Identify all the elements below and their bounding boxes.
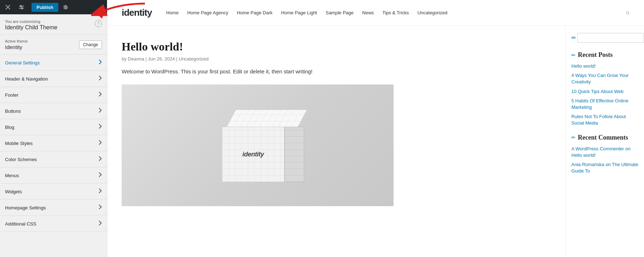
- list-item[interactable]: 4 Ways You Can Grow Your Creativity: [571, 72, 638, 85]
- recent-posts-title: Recent Posts: [578, 51, 613, 59]
- menu-item-label: Additional CSS: [5, 221, 36, 227]
- recent-comments-widget: ✏ Recent Comments A WordPress Commenter …: [571, 134, 638, 175]
- header-search-icon[interactable]: ○: [626, 9, 630, 16]
- chevron-right-icon: [98, 140, 102, 147]
- post-title: Hello world!: [122, 40, 551, 53]
- recent-comments-list: A WordPress Commenter on Hello world! An…: [571, 146, 638, 175]
- sidebar-item-footer[interactable]: Footer: [0, 87, 107, 103]
- chevron-right-icon: [98, 59, 102, 66]
- chevron-right-icon: [98, 156, 102, 163]
- close-button[interactable]: [3, 2, 13, 12]
- chevron-right-icon: [98, 188, 102, 195]
- menu-item-label: Buttons: [5, 108, 21, 114]
- customizing-theme-name: Identity Child Theme: [5, 24, 57, 31]
- sidebar-item-menus[interactable]: Menus: [0, 168, 107, 184]
- customizer-panel: Publish You are customizing Identity Chi…: [0, 0, 107, 257]
- nav-tips-tricks[interactable]: Tips & Tricks: [382, 10, 409, 15]
- menu-item-label: Color Schemes: [5, 157, 37, 162]
- sidebar-widgets: ✏ Search ✏ Recent Posts Hello world! 4 W…: [565, 26, 644, 257]
- customizing-label: You are customizing: [5, 19, 57, 24]
- menu-item-label: General Settings: [5, 60, 40, 66]
- search-widget: ✏ Search: [571, 33, 638, 43]
- nav-home-page-light[interactable]: Home Page Light: [281, 10, 317, 15]
- nav-home[interactable]: Home: [166, 10, 179, 15]
- search-pencil-icon: ✏: [571, 34, 576, 41]
- sidebar-item-buttons[interactable]: Buttons: [0, 103, 107, 119]
- nav-news[interactable]: News: [362, 10, 374, 15]
- chevron-right-icon: [98, 204, 102, 211]
- recent-posts-widget: ✏ Recent Posts Hello world! 4 Ways You C…: [571, 51, 638, 127]
- search-input[interactable]: [577, 33, 644, 43]
- chevron-right-icon: [98, 172, 102, 179]
- help-icon[interactable]: ?: [95, 20, 102, 27]
- sidebar-item-mobile-styles[interactable]: Mobile Styles: [0, 135, 107, 151]
- active-theme-section: Active theme Identity Change: [0, 35, 107, 55]
- menu-item-label: Blog: [5, 125, 14, 130]
- list-item[interactable]: Hello world!: [571, 63, 638, 69]
- settings-gear-button[interactable]: [60, 2, 70, 12]
- sidebar-item-header-navigation[interactable]: Header & Navigation: [0, 71, 107, 87]
- list-item[interactable]: 10 Quick Tips About Web: [571, 88, 638, 95]
- site-logo: identity: [122, 7, 152, 18]
- recent-posts-pencil-icon: ✏: [571, 52, 576, 58]
- box-text: identity: [242, 151, 264, 158]
- article-area: Hello world! by Deanna | Jun 26, 2024 | …: [107, 26, 565, 257]
- main-content: Hello world! by Deanna | Jun 26, 2024 | …: [107, 26, 644, 257]
- recent-comments-pencil-icon: ✏: [571, 135, 576, 140]
- top-bar: Publish: [0, 0, 107, 14]
- site-header: identity Home Home Page Agency Home Page…: [107, 0, 644, 26]
- chevron-right-icon: [98, 91, 102, 98]
- publish-button[interactable]: Publish: [31, 3, 58, 12]
- sidebar-item-widgets[interactable]: Widgets: [0, 184, 107, 200]
- site-navigation: Home Home Page Agency Home Page Dark Hom…: [166, 10, 447, 15]
- site-preview: identity Home Home Page Agency Home Page…: [107, 0, 644, 257]
- list-item[interactable]: Ania Romańska on The Ultimate Guide To: [571, 161, 638, 174]
- post-excerpt: Welcome to WordPress. This is your first…: [122, 67, 551, 76]
- menu-item-label: Footer: [5, 92, 19, 98]
- list-item[interactable]: Rules Not To Follow About Social Media: [571, 113, 638, 126]
- menu-list: General Settings Header & Navigation Foo…: [0, 55, 107, 232]
- chevron-right-icon: [98, 107, 102, 115]
- history-button[interactable]: [15, 2, 28, 12]
- active-theme-label: Active theme: [5, 39, 28, 43]
- recent-comments-title: Recent Comments: [578, 134, 628, 141]
- nav-sample-page[interactable]: Sample Page: [326, 10, 353, 15]
- list-item[interactable]: A WordPress Commenter on Hello world!: [571, 146, 638, 159]
- nav-uncategorized[interactable]: Uncategorized: [418, 10, 448, 15]
- nav-home-page-dark[interactable]: Home Page Dark: [237, 10, 273, 15]
- sidebar-item-general-settings[interactable]: General Settings: [0, 55, 107, 71]
- sidebar-item-additional-css[interactable]: Additional CSS: [0, 216, 107, 232]
- menu-item-label: Widgets: [5, 189, 22, 194]
- featured-image: identity: [122, 84, 394, 206]
- sidebar-item-color-schemes[interactable]: Color Schemes: [0, 151, 107, 168]
- sidebar-item-homepage-settings[interactable]: Homepage Settings: [0, 200, 107, 216]
- menu-item-label: Mobile Styles: [5, 141, 33, 146]
- recent-posts-list: Hello world! 4 Ways You Can Grow Your Cr…: [571, 63, 638, 127]
- chevron-right-icon: [98, 220, 102, 227]
- sidebar-item-blog[interactable]: Blog: [0, 119, 107, 135]
- change-theme-button[interactable]: Change: [79, 40, 102, 49]
- post-meta: by Deanna | Jun 26, 2024 | Uncategorized: [122, 56, 551, 62]
- menu-item-label: Homepage Settings: [5, 205, 46, 210]
- chevron-right-icon: [98, 123, 102, 131]
- nav-home-page-agency[interactable]: Home Page Agency: [187, 10, 228, 15]
- list-item[interactable]: 5 Habits Of Effective Online Marketing: [571, 98, 638, 111]
- active-theme-name: Identity: [5, 44, 28, 50]
- menu-item-label: Header & Navigation: [5, 76, 48, 82]
- chevron-right-icon: [98, 75, 102, 82]
- menu-item-label: Menus: [5, 173, 19, 178]
- customizing-info: You are customizing Identity Child Theme…: [0, 14, 107, 35]
